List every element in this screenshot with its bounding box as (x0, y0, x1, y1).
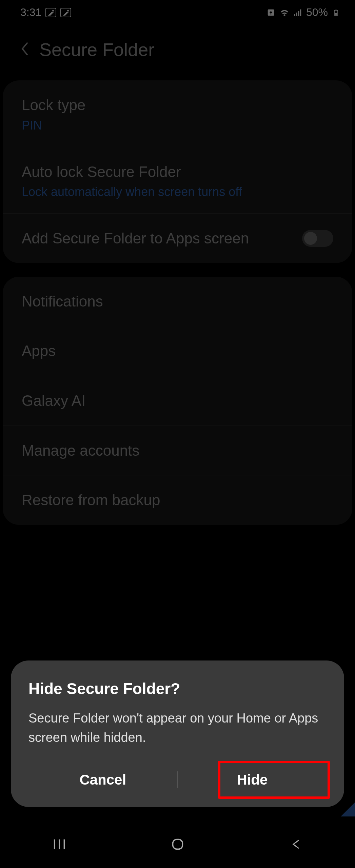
dialog-body: Secure Folder won't appear on your Home … (28, 709, 327, 747)
recents-button[interactable] (49, 834, 70, 854)
navigation-bar (0, 821, 355, 868)
home-button[interactable] (167, 834, 188, 854)
dialog-buttons: Cancel Hide (28, 764, 327, 796)
hide-folder-dialog: Hide Secure Folder? Secure Folder won't … (11, 660, 344, 807)
dialog-title: Hide Secure Folder? (28, 679, 327, 698)
back-button-nav[interactable] (286, 834, 306, 854)
cancel-button[interactable]: Cancel (28, 764, 177, 796)
hide-button[interactable]: Hide (178, 764, 327, 796)
svg-rect-11 (173, 840, 182, 849)
